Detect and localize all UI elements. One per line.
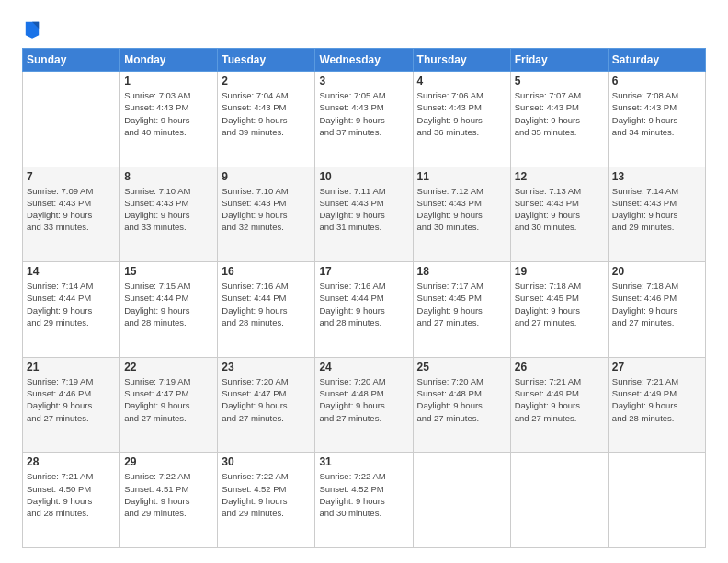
calendar-day-cell: 1Sunrise: 7:03 AM Sunset: 4:43 PM Daylig… <box>120 72 218 167</box>
calendar-day-cell: 2Sunrise: 7:04 AM Sunset: 4:43 PM Daylig… <box>218 72 315 167</box>
calendar-day-header: Tuesday <box>218 49 315 72</box>
day-number: 8 <box>124 170 213 183</box>
day-number: 28 <box>27 455 116 468</box>
day-number: 4 <box>417 75 506 87</box>
calendar-day-header: Sunday <box>23 49 120 72</box>
logo-icon <box>24 18 40 39</box>
calendar-day-cell: 4Sunrise: 7:06 AM Sunset: 4:43 PM Daylig… <box>413 72 510 167</box>
day-info: Sunrise: 7:10 AM Sunset: 4:43 PM Dayligh… <box>124 185 213 234</box>
calendar-day-cell: 20Sunrise: 7:18 AM Sunset: 4:46 PM Dayli… <box>608 262 705 358</box>
calendar-day-header: Wednesday <box>315 49 413 72</box>
calendar-day-cell: 12Sunrise: 7:13 AM Sunset: 4:43 PM Dayli… <box>510 167 608 262</box>
calendar-day-cell: 17Sunrise: 7:16 AM Sunset: 4:44 PM Dayli… <box>315 262 413 358</box>
calendar-day-cell: 11Sunrise: 7:12 AM Sunset: 4:43 PM Dayli… <box>413 167 510 262</box>
calendar-day-cell: 24Sunrise: 7:20 AM Sunset: 4:48 PM Dayli… <box>315 357 413 453</box>
day-info: Sunrise: 7:18 AM Sunset: 4:45 PM Dayligh… <box>515 280 604 328</box>
day-number: 17 <box>319 265 408 278</box>
calendar-week-row: 21Sunrise: 7:19 AM Sunset: 4:46 PM Dayli… <box>23 357 706 453</box>
day-info: Sunrise: 7:20 AM Sunset: 4:47 PM Dayligh… <box>222 375 311 424</box>
day-info: Sunrise: 7:11 AM Sunset: 4:43 PM Dayligh… <box>319 185 408 234</box>
day-number: 2 <box>222 75 311 87</box>
day-info: Sunrise: 7:12 AM Sunset: 4:43 PM Dayligh… <box>417 185 506 234</box>
calendar-day-cell: 28Sunrise: 7:21 AM Sunset: 4:50 PM Dayli… <box>23 453 120 548</box>
day-info: Sunrise: 7:04 AM Sunset: 4:43 PM Dayligh… <box>222 89 311 138</box>
calendar-day-cell: 22Sunrise: 7:19 AM Sunset: 4:47 PM Dayli… <box>120 357 218 453</box>
calendar-day-cell: 15Sunrise: 7:15 AM Sunset: 4:44 PM Dayli… <box>120 262 218 358</box>
calendar-day-cell: 8Sunrise: 7:10 AM Sunset: 4:43 PM Daylig… <box>120 167 218 262</box>
calendar-day-cell: 27Sunrise: 7:21 AM Sunset: 4:49 PM Dayli… <box>608 357 705 453</box>
day-info: Sunrise: 7:13 AM Sunset: 4:43 PM Dayligh… <box>515 185 604 234</box>
day-info: Sunrise: 7:18 AM Sunset: 4:46 PM Dayligh… <box>612 280 701 328</box>
header <box>22 18 706 39</box>
calendar-day-cell: 5Sunrise: 7:07 AM Sunset: 4:43 PM Daylig… <box>510 72 608 167</box>
day-info: Sunrise: 7:21 AM Sunset: 4:50 PM Dayligh… <box>27 470 116 519</box>
calendar-day-cell: 21Sunrise: 7:19 AM Sunset: 4:46 PM Dayli… <box>23 357 120 453</box>
day-number: 15 <box>124 265 213 278</box>
calendar-table: SundayMondayTuesdayWednesdayThursdayFrid… <box>22 48 706 548</box>
day-number: 11 <box>417 170 506 183</box>
calendar-day-cell: 13Sunrise: 7:14 AM Sunset: 4:43 PM Dayli… <box>608 167 705 262</box>
day-number: 30 <box>222 455 311 468</box>
day-number: 25 <box>417 361 506 373</box>
calendar-day-cell: 16Sunrise: 7:16 AM Sunset: 4:44 PM Dayli… <box>218 262 315 358</box>
calendar-week-row: 14Sunrise: 7:14 AM Sunset: 4:44 PM Dayli… <box>23 262 706 358</box>
day-number: 19 <box>515 265 604 278</box>
day-info: Sunrise: 7:19 AM Sunset: 4:47 PM Dayligh… <box>124 375 213 424</box>
calendar-day-cell <box>510 453 608 548</box>
day-number: 5 <box>515 75 604 87</box>
calendar-day-cell <box>608 453 705 548</box>
day-number: 23 <box>222 361 311 373</box>
day-info: Sunrise: 7:20 AM Sunset: 4:48 PM Dayligh… <box>319 375 408 424</box>
calendar-day-cell: 26Sunrise: 7:21 AM Sunset: 4:49 PM Dayli… <box>510 357 608 453</box>
calendar-day-cell: 14Sunrise: 7:14 AM Sunset: 4:44 PM Dayli… <box>23 262 120 358</box>
calendar-week-row: 1Sunrise: 7:03 AM Sunset: 4:43 PM Daylig… <box>23 72 706 167</box>
calendar-day-cell <box>23 72 120 167</box>
day-number: 24 <box>319 361 408 373</box>
day-info: Sunrise: 7:22 AM Sunset: 4:52 PM Dayligh… <box>319 470 408 519</box>
calendar-day-cell: 19Sunrise: 7:18 AM Sunset: 4:45 PM Dayli… <box>510 262 608 358</box>
calendar-day-cell: 7Sunrise: 7:09 AM Sunset: 4:43 PM Daylig… <box>23 167 120 262</box>
day-number: 7 <box>27 170 116 183</box>
calendar-day-cell: 31Sunrise: 7:22 AM Sunset: 4:52 PM Dayli… <box>315 453 413 548</box>
page: SundayMondayTuesdayWednesdayThursdayFrid… <box>0 0 728 563</box>
calendar-day-header: Saturday <box>608 49 705 72</box>
day-info: Sunrise: 7:16 AM Sunset: 4:44 PM Dayligh… <box>222 280 311 328</box>
day-number: 20 <box>612 265 701 278</box>
calendar-header-row: SundayMondayTuesdayWednesdayThursdayFrid… <box>23 49 706 72</box>
day-info: Sunrise: 7:05 AM Sunset: 4:43 PM Dayligh… <box>319 89 408 138</box>
day-number: 13 <box>612 170 701 183</box>
day-info: Sunrise: 7:16 AM Sunset: 4:44 PM Dayligh… <box>319 280 408 328</box>
day-info: Sunrise: 7:14 AM Sunset: 4:43 PM Dayligh… <box>612 185 701 234</box>
calendar-day-cell: 23Sunrise: 7:20 AM Sunset: 4:47 PM Dayli… <box>218 357 315 453</box>
calendar-day-cell: 10Sunrise: 7:11 AM Sunset: 4:43 PM Dayli… <box>315 167 413 262</box>
day-info: Sunrise: 7:22 AM Sunset: 4:51 PM Dayligh… <box>124 470 213 519</box>
day-info: Sunrise: 7:03 AM Sunset: 4:43 PM Dayligh… <box>124 89 213 138</box>
day-info: Sunrise: 7:21 AM Sunset: 4:49 PM Dayligh… <box>515 375 604 424</box>
calendar-day-cell <box>413 453 510 548</box>
calendar-day-header: Thursday <box>413 49 510 72</box>
day-number: 31 <box>319 455 408 468</box>
calendar-day-cell: 18Sunrise: 7:17 AM Sunset: 4:45 PM Dayli… <box>413 262 510 358</box>
day-number: 6 <box>612 75 701 87</box>
day-number: 14 <box>27 265 116 278</box>
day-info: Sunrise: 7:06 AM Sunset: 4:43 PM Dayligh… <box>417 89 506 138</box>
calendar-day-cell: 3Sunrise: 7:05 AM Sunset: 4:43 PM Daylig… <box>315 72 413 167</box>
day-info: Sunrise: 7:09 AM Sunset: 4:43 PM Dayligh… <box>27 185 116 234</box>
day-number: 27 <box>612 361 701 373</box>
day-info: Sunrise: 7:14 AM Sunset: 4:44 PM Dayligh… <box>27 280 116 328</box>
day-number: 10 <box>319 170 408 183</box>
calendar-day-cell: 30Sunrise: 7:22 AM Sunset: 4:52 PM Dayli… <box>218 453 315 548</box>
day-info: Sunrise: 7:21 AM Sunset: 4:49 PM Dayligh… <box>612 375 701 424</box>
calendar-day-cell: 29Sunrise: 7:22 AM Sunset: 4:51 PM Dayli… <box>120 453 218 548</box>
day-info: Sunrise: 7:20 AM Sunset: 4:48 PM Dayligh… <box>417 375 506 424</box>
calendar-week-row: 7Sunrise: 7:09 AM Sunset: 4:43 PM Daylig… <box>23 167 706 262</box>
calendar-day-header: Monday <box>120 49 218 72</box>
calendar-day-cell: 25Sunrise: 7:20 AM Sunset: 4:48 PM Dayli… <box>413 357 510 453</box>
day-number: 26 <box>515 361 604 373</box>
day-number: 21 <box>27 361 116 373</box>
day-number: 9 <box>222 170 311 183</box>
calendar-day-cell: 6Sunrise: 7:08 AM Sunset: 4:43 PM Daylig… <box>608 72 705 167</box>
day-number: 12 <box>515 170 604 183</box>
day-number: 16 <box>222 265 311 278</box>
calendar-day-cell: 9Sunrise: 7:10 AM Sunset: 4:43 PM Daylig… <box>218 167 315 262</box>
